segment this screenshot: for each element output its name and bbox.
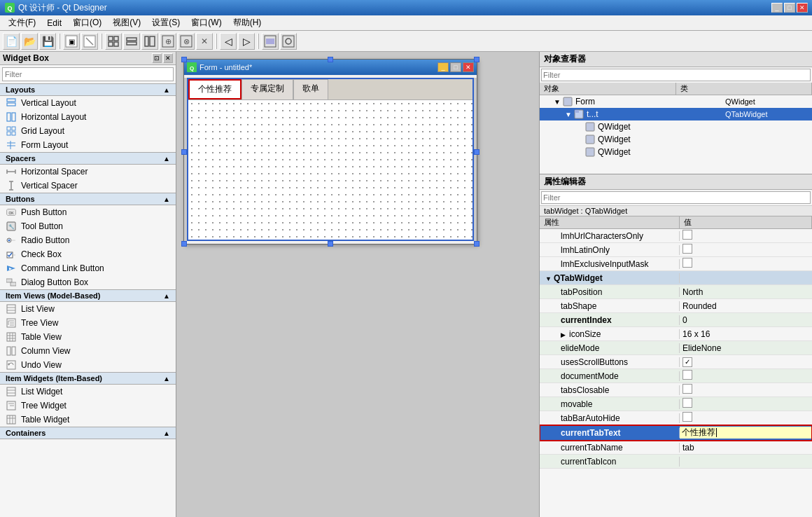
prop-check-exclusive[interactable] bbox=[682, 258, 692, 268]
resize-bottomright[interactable] bbox=[474, 241, 479, 247]
category-item-widgets[interactable]: Item Widgets (Item-Based) ▲ bbox=[0, 372, 176, 385]
prop-value-tabshape[interactable]: Rounded bbox=[680, 301, 812, 311]
menu-settings[interactable]: 设置(S) bbox=[146, 15, 186, 30]
prop-row-exclusive[interactable]: lmhExclusiveInputMask bbox=[540, 257, 812, 271]
toolbar-break[interactable]: ✕ bbox=[196, 33, 213, 50]
resize-bottom[interactable] bbox=[328, 241, 333, 247]
prop-row-currenttabtext[interactable]: currentTabText 个性推荐 bbox=[540, 425, 812, 441]
widget-tree-widget[interactable]: Tree Widget bbox=[0, 399, 176, 413]
prop-check-tabsclosable[interactable] bbox=[682, 384, 692, 394]
prop-value-latinonly[interactable] bbox=[680, 244, 812, 256]
prop-section-qtabwidget[interactable]: ▼QTabWidget bbox=[540, 271, 812, 285]
prop-check-tabbarautohide[interactable] bbox=[682, 412, 692, 422]
toolbar-new[interactable]: 📄 bbox=[3, 33, 20, 50]
tree-row-qwidget1[interactable]: QWidget bbox=[540, 120, 812, 133]
category-buttons[interactable]: Buttons ▲ bbox=[0, 193, 176, 205]
toolbar-prev[interactable]: ◁ bbox=[220, 33, 237, 50]
widget-push-button[interactable]: OK Push Button bbox=[0, 205, 176, 219]
prop-value-tabbarautohide[interactable] bbox=[680, 412, 812, 424]
prop-row-scrollbtns[interactable]: usesScrollButtons bbox=[540, 355, 812, 369]
widget-horizontal-layout[interactable]: Horizontal Layout bbox=[0, 110, 176, 124]
prop-check-scrollbtns[interactable] bbox=[682, 357, 692, 367]
prop-row-urlonly[interactable]: lmhUrlCharactersOnly bbox=[540, 229, 812, 243]
prop-row-movable[interactable]: movable bbox=[540, 397, 812, 411]
maximize-button[interactable]: □ bbox=[784, 3, 795, 13]
widget-check-box[interactable]: Check Box bbox=[0, 247, 176, 261]
widget-dialog-button[interactable]: Dialog Button Box bbox=[0, 275, 176, 289]
prop-value-docmode[interactable] bbox=[680, 370, 812, 382]
toolbar-mode1[interactable] bbox=[262, 33, 279, 50]
resize-top[interactable] bbox=[328, 57, 333, 62]
prop-row-tabposition[interactable]: tabPosition North bbox=[540, 285, 812, 299]
prop-row-currentindex[interactable]: currentIndex 0 bbox=[540, 313, 812, 327]
category-item-views[interactable]: Item Views (Model-Based) ▲ bbox=[0, 289, 176, 302]
toolbar-new-form[interactable]: ▣ bbox=[63, 33, 80, 50]
toolbar-open[interactable]: 📂 bbox=[21, 33, 38, 50]
inspector-filter-input[interactable] bbox=[541, 69, 811, 81]
prop-row-currenttabname[interactable]: currentTabName tab bbox=[540, 441, 812, 455]
toolbar-save[interactable]: 💾 bbox=[39, 33, 56, 50]
prop-row-tabshape[interactable]: tabShape Rounded bbox=[540, 299, 812, 313]
prop-value-currentindex[interactable]: 0 bbox=[680, 315, 812, 325]
title-bar-buttons[interactable]: _ □ ✕ bbox=[771, 3, 808, 13]
tab-2[interactable]: 歌单 bbox=[293, 79, 328, 99]
prop-value-movable[interactable] bbox=[680, 398, 812, 410]
widget-box-controls[interactable]: ⊡ ✕ bbox=[152, 53, 173, 63]
prop-value-urlonly[interactable] bbox=[680, 230, 812, 242]
form-minimize[interactable]: _ bbox=[438, 62, 449, 72]
widget-box-float[interactable]: ⊡ bbox=[152, 53, 162, 63]
prop-filter-input[interactable] bbox=[541, 191, 811, 204]
prop-check-urlonly[interactable] bbox=[682, 230, 692, 240]
resize-topright[interactable] bbox=[474, 57, 479, 62]
widget-tree-view[interactable]: Tree View bbox=[0, 316, 176, 330]
resize-topleft[interactable] bbox=[181, 57, 187, 62]
toolbar-layout3[interactable] bbox=[141, 33, 158, 50]
widget-command-link[interactable]: ▶ Command Link Button bbox=[0, 261, 176, 275]
prop-value-exclusive[interactable] bbox=[680, 258, 812, 270]
prop-value-currenttabtext[interactable]: 个性推荐 bbox=[680, 427, 812, 439]
widget-box-close[interactable]: ✕ bbox=[163, 53, 173, 63]
prop-value-tabposition[interactable]: North bbox=[680, 287, 812, 297]
prop-row-currenttabicon[interactable]: currentTabIcon bbox=[540, 455, 812, 469]
form-window-buttons[interactable]: _ □ ✕ bbox=[438, 62, 474, 72]
prop-value-elidemode[interactable]: ElideNone bbox=[680, 343, 812, 353]
widget-undo-view[interactable]: Undo View bbox=[0, 358, 176, 372]
prop-row-latinonly[interactable]: lmhLatinOnly bbox=[540, 243, 812, 257]
toolbar-layout1[interactable] bbox=[105, 33, 122, 50]
minimize-button[interactable]: _ bbox=[771, 3, 783, 13]
prop-row-tabbarautohide[interactable]: tabBarAutoHide bbox=[540, 411, 812, 425]
widget-radio-button[interactable]: Radio Button bbox=[0, 233, 176, 247]
prop-value-currenttabname[interactable]: tab bbox=[680, 443, 812, 453]
tree-row-qwidget2[interactable]: QWidget bbox=[540, 133, 812, 146]
menu-view[interactable]: 视图(V) bbox=[107, 15, 146, 30]
menu-help[interactable]: 帮助(H) bbox=[227, 15, 267, 30]
tree-row-form[interactable]: ▼ Form QWidget bbox=[540, 95, 812, 108]
toolbar-next[interactable]: ▷ bbox=[238, 33, 255, 50]
category-containers[interactable]: Containers ▲ bbox=[0, 427, 176, 439]
prop-check-docmode[interactable] bbox=[682, 370, 692, 380]
toolbar-layout2[interactable] bbox=[123, 33, 140, 50]
widget-list-widget[interactable]: List Widget bbox=[0, 385, 176, 399]
toolbar-edit-form[interactable] bbox=[81, 33, 98, 50]
tree-row-qwidget3[interactable]: QWidget bbox=[540, 146, 812, 158]
widget-column-view[interactable]: Column View bbox=[0, 344, 176, 358]
prop-value-scrollbtns[interactable] bbox=[680, 357, 812, 367]
resize-bottomleft[interactable] bbox=[181, 241, 187, 247]
widget-list-view[interactable]: List View bbox=[0, 302, 176, 316]
tab-1[interactable]: 专属定制 bbox=[241, 79, 293, 99]
widget-form-layout[interactable]: Form Layout bbox=[0, 138, 176, 152]
tree-row-tabwidget[interactable]: ▼ t...t QTabWidget bbox=[540, 108, 812, 120]
prop-row-iconsize[interactable]: ▶iconSize 16 x 16 bbox=[540, 327, 812, 341]
widget-vertical-spacer[interactable]: Vertical Spacer bbox=[0, 179, 176, 193]
prop-row-tabsclosable[interactable]: tabsClosable bbox=[540, 383, 812, 397]
menu-file[interactable]: 文件(F) bbox=[3, 15, 41, 30]
widget-filter-input[interactable] bbox=[2, 67, 174, 81]
widget-table-view[interactable]: Table View bbox=[0, 330, 176, 344]
widget-vertical-layout[interactable]: Vertical Layout bbox=[0, 96, 176, 110]
resize-left[interactable] bbox=[181, 149, 187, 155]
close-button[interactable]: ✕ bbox=[797, 3, 808, 13]
form-maximize[interactable]: □ bbox=[450, 62, 461, 72]
widget-grid-layout[interactable]: Grid Layout bbox=[0, 124, 176, 138]
toolbar-layout4[interactable]: ⊕ bbox=[160, 33, 176, 50]
widget-tool-button[interactable]: 🔧 Tool Button bbox=[0, 219, 176, 233]
